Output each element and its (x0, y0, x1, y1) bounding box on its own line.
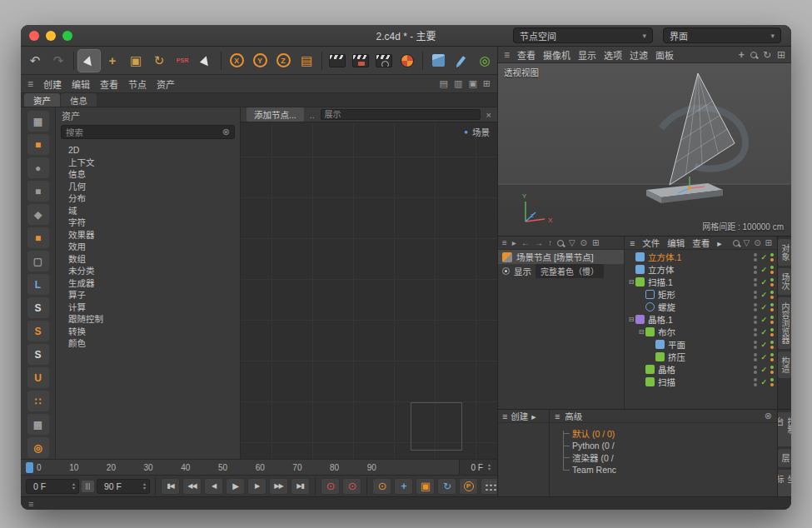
category-item[interactable]: 生成器 (56, 277, 240, 290)
menu-icon[interactable]: ≡ (27, 78, 33, 90)
category-item[interactable]: 未分类 (56, 265, 240, 277)
rotate-tool-button[interactable]: ↻ (148, 50, 170, 72)
range-end-field[interactable]: 90 F ▴▾ (97, 479, 150, 494)
prev-frame-button[interactable]: ◀ (204, 478, 223, 495)
category-item[interactable]: 数组 (56, 253, 240, 266)
tab-advanced[interactable]: 高级 (565, 410, 582, 422)
category-item[interactable]: 转换 (56, 326, 240, 338)
frame-icon[interactable]: ⊞ (765, 238, 772, 247)
back-icon[interactable]: ← (521, 238, 530, 247)
move-tool-button[interactable]: + (102, 50, 123, 72)
redo-button[interactable]: ↷ (47, 50, 69, 72)
more-button[interactable]: .. (310, 110, 315, 120)
object-row[interactable]: ⊟ 晶格.1 ✓ (625, 313, 777, 326)
current-frame-marker[interactable] (26, 462, 33, 473)
object-row[interactable]: ⊟ 布尔 ✓ (625, 326, 777, 338)
object-row[interactable]: 螺旋 ✓ (625, 301, 777, 313)
menu-icon[interactable]: ≡ (504, 49, 510, 61)
goto-start-button[interactable]: ▮◀ (161, 478, 180, 495)
om-menu-view[interactable]: 查看 (692, 237, 710, 249)
add-node-button[interactable]: 添加节点... (247, 107, 304, 122)
record-rotation-toggle[interactable]: ↻ (437, 478, 456, 495)
om-menu-edit[interactable]: 编辑 (667, 237, 685, 249)
render-settings-button[interactable] (373, 50, 395, 72)
menu-icon[interactable]: ≡ (28, 499, 33, 509)
menu-create[interactable]: 创建 (43, 77, 62, 91)
object-toggles[interactable]: ✓ (754, 366, 774, 374)
menu-edit[interactable]: 编辑 (72, 77, 90, 91)
pan-view-icon[interactable]: + (739, 49, 745, 61)
search-icon[interactable] (557, 240, 564, 247)
category-item[interactable]: 域 (56, 205, 240, 217)
up-icon[interactable]: ↑ (548, 238, 552, 247)
checker-icon[interactable]: ▩ (27, 414, 49, 435)
vp-menu-options[interactable]: 选项 (604, 48, 622, 62)
category-item[interactable]: 颜色 (56, 337, 240, 350)
tab-structure[interactable]: 构造 (778, 351, 791, 378)
array-icon[interactable]: ∷ (27, 391, 49, 411)
record-position-toggle[interactable]: + (394, 478, 413, 495)
diamond-primitive-icon[interactable]: ◆ (27, 204, 49, 225)
object-toggles[interactable]: ✓ (754, 253, 774, 262)
category-item[interactable]: 效果器 (56, 229, 240, 242)
box-primitive-icon[interactable]: ■ (27, 181, 49, 202)
node-canvas[interactable]: ● 场景 (241, 122, 497, 459)
scale-tool-button[interactable]: ▣ (125, 50, 147, 72)
object-toggles[interactable]: ✓ (754, 266, 774, 274)
node-assets-icon[interactable]: ▦ (27, 111, 49, 132)
add-cube-button[interactable] (427, 50, 449, 72)
rect-select-button[interactable] (195, 50, 217, 72)
tab-create[interactable]: 创建 (511, 410, 528, 422)
menu-icon[interactable]: ≡ (502, 411, 507, 421)
tab-objects[interactable]: 对象 (778, 239, 791, 266)
menu-icon[interactable]: ≡ (502, 238, 507, 247)
axis-z-lock-button[interactable]: Z (272, 50, 294, 72)
object-row[interactable]: ⊟ 扫描.1 ✓ (625, 276, 777, 288)
node-filter-input[interactable] (321, 109, 481, 120)
tab-layers[interactable]: 层 (778, 449, 791, 467)
spline-s1-icon[interactable]: S (27, 297, 49, 318)
close-panel-icon[interactable]: ⊗ (765, 411, 772, 421)
lock-icon[interactable]: ▣ (468, 78, 476, 89)
zoom-view-icon[interactable] (750, 52, 757, 58)
keying-settings-button[interactable] (481, 478, 497, 495)
object-toggles[interactable]: ✓ (754, 316, 774, 324)
category-item[interactable]: 分布 (56, 192, 240, 205)
layout-select[interactable]: 界面 ▾ (663, 27, 781, 43)
magnet-icon[interactable]: U (27, 367, 49, 388)
menu-icon[interactable]: ≡ (555, 411, 560, 421)
collapse-icon[interactable]: ⊟ (637, 328, 645, 336)
object-toggles[interactable]: ✓ (754, 303, 774, 311)
maximize-view-icon[interactable]: ⊞ (777, 49, 785, 61)
zoom-window-button[interactable] (62, 31, 72, 41)
record-button[interactable]: ⊙ (321, 478, 340, 495)
axis-x-lock-button[interactable]: X (226, 50, 247, 72)
target-icon[interactable]: ⊙ (754, 238, 760, 247)
spline-pen-button[interactable] (451, 50, 472, 72)
filter-icon[interactable]: ▽ (569, 238, 575, 247)
record-parameter-toggle[interactable]: P (459, 478, 478, 495)
spline-s3-icon[interactable]: S (27, 344, 49, 365)
range-slider-handle[interactable] (82, 481, 94, 492)
scene-node-root-row[interactable]: 场景节点 [场景节点] (498, 250, 624, 264)
prev-key-button[interactable]: ◀◀ (182, 478, 202, 495)
next-key-button[interactable]: ▶▶ (269, 478, 288, 495)
menu-node[interactable]: 节点 (128, 77, 147, 91)
new-window-icon[interactable]: ⊞ (483, 78, 491, 89)
close-window-button[interactable] (29, 31, 39, 41)
tab-console[interactable]: 控制台 (777, 412, 791, 446)
object-toggles[interactable]: ✓ (754, 278, 774, 286)
swirl-icon[interactable]: ◎ (27, 437, 49, 458)
tree-item-python[interactable]: Python (0 / (563, 440, 777, 452)
keyframe-button[interactable]: ⊙ (372, 478, 391, 495)
category-item[interactable]: 上下文 (56, 157, 240, 169)
node-space-select[interactable]: 节点空间 ▾ (513, 27, 653, 43)
goto-end-button[interactable]: ▶▮ (291, 478, 310, 495)
tab-assets[interactable]: 资产 (24, 93, 60, 107)
vp-menu-camera[interactable]: 摄像机 (543, 48, 570, 62)
search-input[interactable] (66, 127, 222, 137)
object-row[interactable]: 挤压 ✓ (625, 351, 777, 363)
category-item[interactable]: 几何 (56, 181, 240, 193)
vp-menu-display[interactable]: 显示 (578, 48, 596, 62)
axis-y-lock-button[interactable]: Y (249, 50, 271, 72)
